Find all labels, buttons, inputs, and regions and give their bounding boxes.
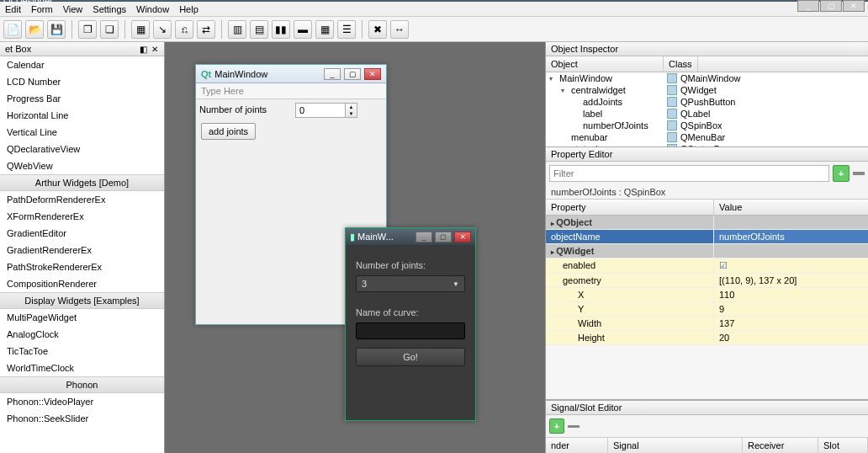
- panel-float-icon[interactable]: ◧: [139, 45, 148, 54]
- object-inspector-tree[interactable]: ▾MainWindowQMainWindow▾centralwidgetQWid…: [546, 72, 868, 147]
- window-maximize-button[interactable]: ▢: [820, 0, 842, 12]
- menu-edit[interactable]: Edit: [5, 4, 21, 14]
- menu-window[interactable]: Window: [136, 4, 169, 14]
- preview-titlebar[interactable]: ▮ MainW... _ ▢ ✕: [346, 228, 475, 245]
- add-connection-icon[interactable]: +: [549, 418, 564, 434]
- property-filter-input[interactable]: [549, 165, 829, 182]
- widget-item[interactable]: WorldTimeClock: [0, 360, 164, 376]
- preview-maximize-icon[interactable]: ▢: [435, 232, 452, 242]
- remove-connection-icon[interactable]: [568, 425, 580, 428]
- property-row[interactable]: Width137: [546, 317, 868, 331]
- preview-joints-combo[interactable]: 3 ▼: [356, 275, 465, 292]
- toolbar-paste-icon[interactable]: ❏: [100, 20, 119, 39]
- widget-item[interactable]: Progress Bar: [0, 90, 164, 107]
- widget-item[interactable]: Vertical Line: [0, 124, 164, 141]
- window-minimize-button[interactable]: _: [797, 0, 819, 12]
- property-table[interactable]: QObjectobjectNamenumberOfJointsQWidgeten…: [546, 216, 868, 399]
- widget-item[interactable]: PathDeformRendererEx: [0, 191, 164, 208]
- col-slot[interactable]: Slot: [818, 438, 868, 453]
- toolbar-break-layout-icon[interactable]: ✖: [368, 20, 387, 39]
- design-minimize-icon[interactable]: _: [324, 68, 341, 80]
- property-row[interactable]: QWidget: [546, 244, 868, 258]
- property-row[interactable]: Y9: [546, 302, 868, 317]
- spinbox-controls[interactable]: ▲▼: [346, 103, 357, 118]
- menu-form[interactable]: Form: [31, 4, 53, 14]
- widget-box-list[interactable]: CalendarLCD NumberProgress BarHorizontal…: [0, 56, 164, 453]
- widget-item[interactable]: Phonon::VideoPlayer: [0, 393, 164, 410]
- menu-view[interactable]: View: [63, 4, 83, 14]
- widget-item[interactable]: TicTacToe: [0, 343, 164, 360]
- toolbar-edit-buddies-icon[interactable]: ⎌: [175, 20, 193, 39]
- panel-close-icon[interactable]: ✕: [150, 45, 159, 54]
- col-property[interactable]: Property: [546, 200, 714, 215]
- col-sender[interactable]: nder: [546, 438, 608, 453]
- toolbar-copy-icon[interactable]: ❐: [78, 20, 97, 39]
- toolbar-layout-vsplit-icon[interactable]: ▬: [294, 20, 312, 39]
- widget-item[interactable]: Calendar: [0, 56, 164, 73]
- widget-item[interactable]: Phonon::SeekSlider: [0, 410, 164, 427]
- add-dynamic-property-icon[interactable]: +: [833, 165, 849, 182]
- preview-minimize-icon[interactable]: _: [415, 232, 432, 242]
- label-number-of-joints[interactable]: Number of joints: [199, 104, 267, 115]
- widget-item[interactable]: QWebView: [0, 157, 164, 174]
- toolbar-layout-form-icon[interactable]: ☰: [337, 20, 356, 39]
- preview-go-button[interactable]: Go!: [356, 348, 465, 366]
- col-signal[interactable]: Signal: [608, 438, 743, 453]
- widget-item[interactable]: CompositionRenderer: [0, 275, 164, 292]
- widget-item[interactable]: LCD Number: [0, 73, 164, 90]
- preview-curve-input[interactable]: [356, 322, 465, 339]
- menu-settings[interactable]: Settings: [93, 4, 126, 14]
- design-close-icon[interactable]: ✕: [364, 68, 381, 80]
- property-row[interactable]: Height20: [546, 331, 868, 345]
- property-row[interactable]: objectNamenumberOfJoints: [546, 230, 868, 244]
- toolbar-edit-widgets-icon[interactable]: ▦: [131, 20, 150, 39]
- widget-item[interactable]: Horizontal Line: [0, 107, 164, 124]
- add-joints-button[interactable]: add joints: [201, 123, 256, 140]
- spinbox-input[interactable]: [295, 103, 346, 118]
- widget-item[interactable]: QDeclarativeView: [0, 141, 164, 157]
- widget-item[interactable]: AnalogClock: [0, 326, 164, 343]
- toolbar-layout-hsplit-icon[interactable]: ▮▮: [272, 20, 290, 39]
- widget-item[interactable]: MultiPageWidget: [0, 309, 164, 326]
- toolbar-edit-taborder-icon[interactable]: ⇄: [197, 20, 215, 39]
- col-object[interactable]: Object: [546, 56, 664, 72]
- tree-row[interactable]: numberOfJointsQSpinBox: [546, 120, 868, 131]
- tree-row[interactable]: ▾MainWindowQMainWindow: [546, 72, 868, 84]
- toolbar-edit-signals-icon[interactable]: ↘: [153, 20, 172, 39]
- window-close-button[interactable]: ✕: [843, 0, 865, 12]
- property-row[interactable]: geometry[(110, 9), 137 x 20]: [546, 274, 868, 288]
- spinbox-number-of-joints[interactable]: ▲▼: [295, 103, 357, 118]
- property-row[interactable]: X110: [546, 288, 868, 302]
- tree-row[interactable]: ▾centralwidgetQWidget: [546, 84, 868, 96]
- toolbar-layout-h-icon[interactable]: ▥: [228, 20, 246, 39]
- widget-item[interactable]: XFormRendererEx: [0, 208, 164, 225]
- toolbar-new-icon[interactable]: 📄: [3, 20, 22, 39]
- widget-item[interactable]: GradientEditor: [0, 225, 164, 242]
- toolbar-open-icon[interactable]: 📂: [25, 20, 44, 39]
- property-row[interactable]: QObject: [546, 216, 868, 230]
- toolbar-adjust-size-icon[interactable]: ↔: [390, 20, 409, 39]
- toolbar-save-icon[interactable]: 💾: [47, 20, 66, 39]
- widget-item[interactable]: GradientRendererEx: [0, 242, 164, 258]
- design-canvas[interactable]: Qt MainWindow _ ▢ ✕ Type Here Number of …: [165, 42, 545, 453]
- tree-row[interactable]: statusbarQStatusBar: [546, 143, 868, 147]
- design-window-titlebar[interactable]: Qt MainWindow _ ▢ ✕: [196, 65, 386, 83]
- col-value[interactable]: Value: [714, 200, 747, 215]
- col-receiver[interactable]: Receiver: [743, 438, 818, 453]
- preview-close-icon[interactable]: ✕: [454, 232, 471, 242]
- tree-row[interactable]: addJointsQPushButton: [546, 96, 868, 108]
- remove-dynamic-property-icon[interactable]: [853, 172, 865, 175]
- tree-row[interactable]: menubarQMenuBar: [546, 131, 868, 143]
- property-row[interactable]: enabled: [546, 258, 868, 274]
- toolbar-layout-grid-icon[interactable]: ▦: [315, 20, 334, 39]
- tree-row[interactable]: labelQLabel: [546, 108, 868, 120]
- toolbar-layout-v-icon[interactable]: ▤: [250, 20, 268, 39]
- design-maximize-icon[interactable]: ▢: [344, 68, 361, 80]
- design-menubar-placeholder[interactable]: Type Here: [196, 83, 386, 99]
- widget-item[interactable]: PathStrokeRendererEx: [0, 258, 164, 275]
- chevron-down-icon[interactable]: ▼: [346, 110, 357, 117]
- col-class[interactable]: Class: [664, 56, 698, 72]
- preview-window[interactable]: ▮ MainW... _ ▢ ✕ Number of joints: 3 ▼ N…: [345, 227, 476, 421]
- menu-help[interactable]: Help: [179, 4, 198, 14]
- chevron-up-icon[interactable]: ▲: [346, 104, 357, 110]
